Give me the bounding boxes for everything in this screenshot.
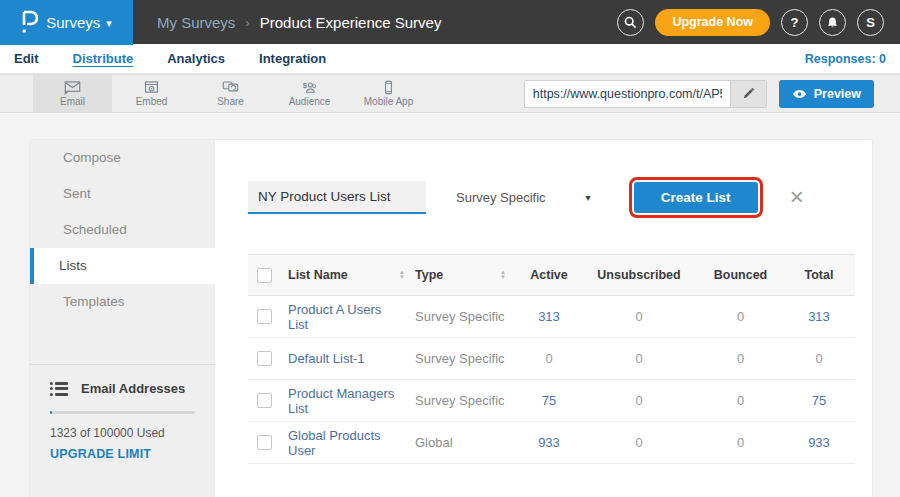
lists-content: Survey Specific ▾ Create List × List Nam… (215, 140, 872, 497)
create-list-button[interactable]: Create List (634, 182, 758, 213)
breadcrumb: My Surveys › Product Experience Survey (157, 14, 441, 31)
sidebar-item-lists[interactable]: Lists (30, 248, 215, 284)
survey-url-field (524, 80, 767, 108)
row-checkbox[interactable] (257, 309, 272, 324)
col-list-name: List Name (288, 268, 348, 282)
breadcrumb-my-surveys[interactable]: My Surveys (157, 14, 235, 31)
questionpro-logo (21, 10, 38, 34)
sidebar-item-sent[interactable]: Sent (30, 176, 215, 212)
total-count-link[interactable]: 313 (808, 309, 830, 324)
embed-icon (143, 80, 160, 95)
questionpro-app: Surveys ▾ My Surveys › Product Experienc… (0, 0, 900, 497)
topbar-actions: Upgrade Now ? S (617, 9, 900, 36)
email-lists-panel: Compose Sent Scheduled Lists Templates E… (30, 140, 872, 497)
distribute-toolbar: Email Embed Share (0, 74, 900, 113)
responses-count[interactable]: Responses: 0 (805, 52, 886, 66)
channel-email[interactable]: Email (33, 75, 112, 112)
chevron-down-icon: ▾ (586, 192, 591, 203)
sort-icon[interactable]: ▲▼ (500, 270, 506, 280)
breadcrumb-separator: › (245, 15, 249, 30)
channel-share[interactable]: Share (191, 75, 270, 112)
email-addresses-title: Email Addresses (81, 381, 185, 396)
surveys-menu-label: Surveys (46, 14, 100, 31)
email-sidebar: Compose Sent Scheduled Lists Templates E… (30, 140, 215, 497)
search-icon (624, 16, 637, 29)
col-bounced: Bounced (698, 268, 783, 282)
row-checkbox[interactable] (257, 393, 272, 408)
row-checkbox[interactable] (257, 435, 272, 450)
active-count-link[interactable]: 75 (542, 393, 556, 408)
survey-url-input[interactable] (525, 81, 730, 107)
table-row: Default List-1 Survey Specific 0 0 0 0 (248, 338, 855, 380)
topbar: Surveys ▾ My Surveys › Product Experienc… (0, 0, 900, 44)
table-row: Product Managers List Survey Specific 75… (248, 380, 855, 422)
email-usage-progress-fill (50, 411, 52, 414)
select-all-checkbox[interactable] (257, 268, 272, 283)
account-avatar[interactable]: S (857, 9, 884, 36)
tab-edit[interactable]: Edit (14, 51, 39, 66)
table-row: Global Products User Global 933 0 0 933 (248, 422, 855, 464)
channel-tabs: Email Embed Share (33, 75, 428, 112)
create-list-row: Survey Specific ▾ Create List × (248, 180, 856, 214)
total-count-link[interactable]: 933 (808, 435, 830, 450)
preview-button[interactable]: Preview (779, 80, 874, 108)
active-count-link[interactable]: 933 (538, 435, 560, 450)
red-highlight-annotation: Create List (629, 177, 763, 218)
channel-embed[interactable]: Embed (112, 75, 191, 112)
sort-icon[interactable]: ▲▼ (399, 270, 405, 280)
list-name-link[interactable]: Global Products User (288, 428, 405, 458)
sidebar-item-templates[interactable]: Templates (30, 284, 215, 320)
sidebar-item-compose[interactable]: Compose (30, 140, 215, 176)
list-type-selected: Survey Specific (456, 190, 546, 205)
table-row: Product A Users List Survey Specific 313… (248, 296, 855, 338)
row-checkbox[interactable] (257, 351, 272, 366)
tab-analytics[interactable]: Analytics (167, 51, 225, 66)
col-unsubscribed: Unsubscribed (580, 268, 698, 282)
email-icon (64, 80, 81, 95)
list-name-input[interactable] (248, 181, 426, 214)
email-addresses-icon (50, 382, 68, 396)
page-background: Compose Sent Scheduled Lists Templates E… (0, 113, 900, 497)
audience-icon: $ (301, 80, 318, 95)
list-name-link[interactable]: Default List-1 (288, 351, 365, 366)
col-total: Total (783, 268, 855, 282)
survey-subnav: Edit Distribute Analytics Integration Re… (0, 44, 900, 74)
email-usage-progressbar (50, 411, 195, 414)
col-type: Type (415, 268, 443, 282)
list-name-link[interactable]: Product A Users List (288, 302, 405, 332)
share-icon (222, 80, 239, 95)
total-count-link[interactable]: 75 (812, 393, 826, 408)
edit-url-button[interactable] (730, 81, 766, 107)
surveys-product-menu[interactable]: Surveys ▾ (0, 0, 133, 45)
list-name-link[interactable]: Product Managers List (288, 386, 405, 416)
bell-icon (826, 16, 839, 29)
tab-distribute[interactable]: Distribute (73, 51, 134, 66)
col-active: Active (518, 268, 580, 282)
tab-integration[interactable]: Integration (259, 51, 326, 66)
active-count-link[interactable]: 313 (538, 309, 560, 324)
email-usage-text: 1323 of 100000 Used (50, 426, 195, 440)
search-button[interactable] (617, 9, 644, 36)
channel-audience[interactable]: $ Audience (270, 75, 349, 112)
close-icon[interactable]: × (790, 187, 804, 207)
mobile-app-icon (380, 80, 397, 95)
chevron-down-icon: ▾ (106, 15, 112, 30)
pencil-icon (742, 87, 755, 100)
svg-text:$: $ (303, 81, 308, 90)
table-header-row: List Name ▲▼ Type ▲▼ Active Unsubscribed… (248, 254, 855, 296)
list-type-dropdown[interactable]: Survey Specific ▾ (456, 190, 591, 205)
page-title: Product Experience Survey (260, 14, 442, 31)
eye-icon (792, 89, 807, 99)
channel-mobile-app[interactable]: Mobile App (349, 75, 428, 112)
upgrade-now-button[interactable]: Upgrade Now (655, 9, 770, 36)
email-addresses-section: Email Addresses 1323 of 100000 Used UPGR… (30, 365, 215, 461)
help-button[interactable]: ? (781, 9, 808, 36)
notifications-button[interactable] (819, 9, 846, 36)
lists-table: List Name ▲▼ Type ▲▼ Active Unsubscribed… (248, 254, 855, 464)
upgrade-limit-link[interactable]: UPGRADE LIMIT (50, 447, 195, 461)
sidebar-item-scheduled[interactable]: Scheduled (30, 212, 215, 248)
